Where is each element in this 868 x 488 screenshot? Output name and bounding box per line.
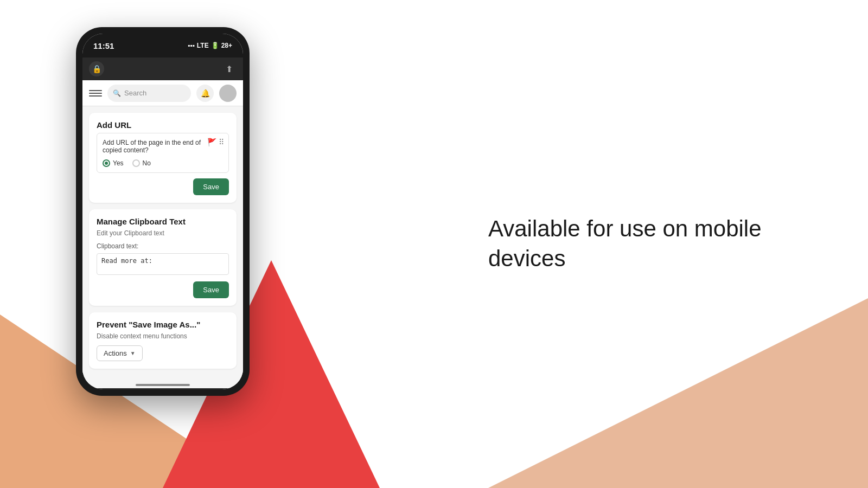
menu-hamburger-icon[interactable] [89, 90, 102, 97]
radio-group: Yes No [103, 159, 223, 167]
battery-icon: 🔋 [211, 42, 219, 49]
actions-label: Actions [104, 349, 127, 357]
share-icon[interactable]: ⬆ [221, 61, 237, 76]
actions-chevron-icon: ▼ [130, 350, 136, 356]
browser-top-bar: 🔒 ⬆ [82, 57, 243, 80]
clipboard-card: Manage Clipboard Text Edit your Clipboar… [89, 209, 237, 306]
add-url-card: Add URL Add URL of the page in the end o… [89, 113, 237, 203]
status-time: 11:51 [93, 41, 114, 50]
no-label: No [143, 159, 151, 167]
clearfix2: Save [97, 281, 229, 298]
status-icons: ▪▪▪ LTE 🔋 28+ [188, 42, 232, 49]
prevent-save-card: Prevent "Save Image As..." Disable conte… [89, 312, 237, 369]
prevent-save-title: Prevent "Save Image As..." [97, 320, 229, 329]
actions-button[interactable]: Actions ▼ [97, 345, 143, 361]
signal-icon: ▪▪▪ [188, 42, 195, 49]
clipboard-save-button[interactable]: Save [193, 281, 229, 298]
prevent-save-subtitle: Disable context menu functions [97, 332, 229, 340]
app-nav: 🔍 Search 🔔 [82, 80, 243, 106]
search-placeholder: Search [124, 89, 146, 97]
clearfix: Save [97, 178, 229, 195]
clipboard-title: Manage Clipboard Text [97, 217, 229, 226]
search-bar[interactable]: 🔍 Search [107, 85, 191, 102]
yes-radio-circle[interactable] [103, 159, 110, 167]
battery-value: 28+ [221, 42, 232, 49]
status-bar: 11:51 ▪▪▪ LTE 🔋 28+ [82, 34, 243, 57]
scroll-content: Add URL Add URL of the page in the end o… [82, 106, 243, 375]
tagline-text: Available for use on mobile devices [488, 214, 814, 273]
phone-screen: 11:51 ▪▪▪ LTE 🔋 28+ 🔒 ⬆ [82, 34, 243, 389]
search-icon: 🔍 [113, 89, 121, 97]
phone-frame: 11:51 ▪▪▪ LTE 🔋 28+ 🔒 ⬆ [76, 27, 250, 396]
notification-bell-icon[interactable]: 🔔 [196, 85, 214, 102]
no-radio[interactable]: No [132, 159, 151, 167]
lte-label: LTE [197, 42, 209, 49]
yes-label: Yes [113, 159, 124, 167]
clipboard-textarea[interactable]: Read more at: [97, 253, 229, 275]
clipboard-subtitle: Edit your Clipboard text [97, 229, 229, 237]
add-url-save-button[interactable]: Save [193, 178, 229, 195]
lock-icon[interactable]: 🔒 [89, 61, 104, 76]
app-content: Add URL Add URL of the page in the end o… [82, 106, 243, 388]
home-indicator [136, 384, 190, 386]
more-dots-icon[interactable]: ⠿ [219, 138, 224, 146]
phone-mockup: 11:51 ▪▪▪ LTE 🔋 28+ 🔒 ⬆ [76, 27, 250, 396]
yes-radio[interactable]: Yes [103, 159, 124, 167]
url-question-text: Add URL of the page in the end of copied… [103, 139, 223, 154]
url-question-box: Add URL of the page in the end of copied… [97, 133, 229, 173]
no-radio-circle[interactable] [132, 159, 140, 167]
user-avatar[interactable] [219, 85, 237, 102]
bg-peach-shape [488, 298, 868, 488]
browser-bottom-nav: ← → + 2 ··· [82, 388, 243, 389]
add-url-title: Add URL [97, 120, 229, 130]
url-action-icons: 🚩 ⠿ [207, 138, 224, 146]
clipboard-field-label: Clipboard text: [97, 242, 229, 250]
flag-icon[interactable]: 🚩 [207, 138, 216, 146]
